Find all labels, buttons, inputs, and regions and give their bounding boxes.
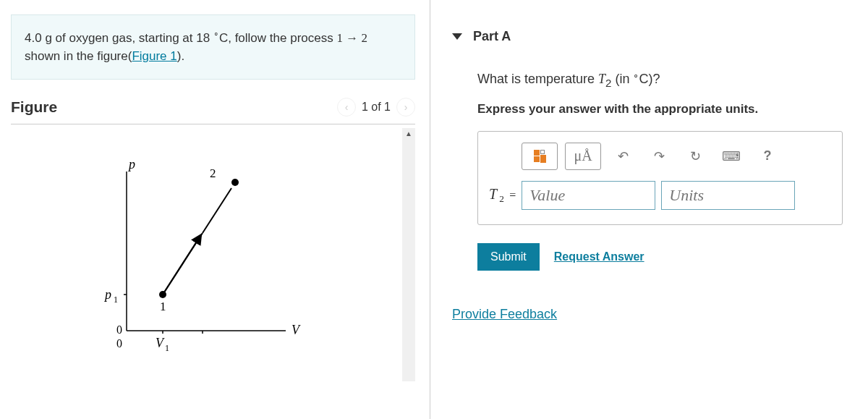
svg-text:V: V xyxy=(156,336,165,350)
collapse-icon xyxy=(452,33,462,40)
svg-point-15 xyxy=(159,291,166,298)
start-temp: 18 xyxy=(196,31,210,45)
svg-text:p: p xyxy=(103,287,111,302)
figure-plot: p V p 1 0 0 V 1 xyxy=(11,128,402,381)
svg-line-14 xyxy=(163,238,199,295)
question-text: What is temperature T2 (in ∘C)? xyxy=(477,69,854,89)
problem-statement: 4.0 g of oxygen gas, starting at 18 ∘C, … xyxy=(11,14,415,80)
next-figure-button[interactable]: › xyxy=(396,98,415,117)
svg-point-16 xyxy=(231,179,239,186)
y-axis-label: p xyxy=(127,157,135,172)
deg-symbol: ∘ xyxy=(213,29,219,39)
svg-text:0: 0 xyxy=(116,337,122,350)
state-2: 2 xyxy=(361,31,367,45)
templates-icon xyxy=(534,150,546,163)
value-input[interactable] xyxy=(522,181,655,210)
state-1: 1 xyxy=(336,31,343,45)
part-header[interactable]: Part A xyxy=(452,14,854,55)
gas-name: oxygen gas xyxy=(69,31,132,45)
keyboard-button[interactable]: ⌨ xyxy=(717,143,746,170)
scroll-up-icon[interactable]: ▲ xyxy=(405,130,412,137)
units-button[interactable]: μÅ xyxy=(565,143,601,170)
figure-scrollbar[interactable]: ▲ xyxy=(402,128,415,381)
answer-toolbar: μÅ ↶ ↷ ↻ ⌨ ? xyxy=(478,132,842,181)
units-input[interactable] xyxy=(661,181,795,210)
submit-button[interactable]: Submit xyxy=(477,243,540,271)
svg-line-13 xyxy=(203,188,231,233)
prev-figure-button[interactable]: ‹ xyxy=(337,98,356,117)
undo-button[interactable]: ↶ xyxy=(608,143,637,170)
mass-value: 4.0 xyxy=(25,31,42,45)
temp-c: C xyxy=(219,31,228,45)
svg-text:1: 1 xyxy=(165,343,169,353)
figure-title: Figure xyxy=(11,98,57,116)
templates-button[interactable] xyxy=(522,143,558,170)
svg-text:1: 1 xyxy=(160,300,166,313)
answer-variable: T2 = xyxy=(489,186,516,205)
help-button[interactable]: ? xyxy=(753,143,782,170)
answer-instruction: Express your answer with the appropriate… xyxy=(477,102,854,117)
svg-text:2: 2 xyxy=(210,166,216,180)
answer-area: μÅ ↶ ↷ ↻ ⌨ ? T2 = xyxy=(477,131,843,225)
request-answer-link[interactable]: Request Answer xyxy=(554,250,644,263)
reset-button[interactable]: ↻ xyxy=(681,143,710,170)
figure-nav: ‹ 1 of 1 › xyxy=(337,98,415,117)
mass-unit: g xyxy=(45,31,51,45)
part-title: Part A xyxy=(473,29,511,44)
redo-button[interactable]: ↷ xyxy=(644,143,673,170)
figure-link[interactable]: Figure 1 xyxy=(132,49,176,63)
svg-text:0: 0 xyxy=(116,323,122,336)
x-axis-label: V xyxy=(292,323,301,337)
figure-counter: 1 of 1 xyxy=(362,101,391,114)
provide-feedback-link[interactable]: Provide Feedback xyxy=(452,307,557,321)
svg-text:1: 1 xyxy=(114,295,118,305)
